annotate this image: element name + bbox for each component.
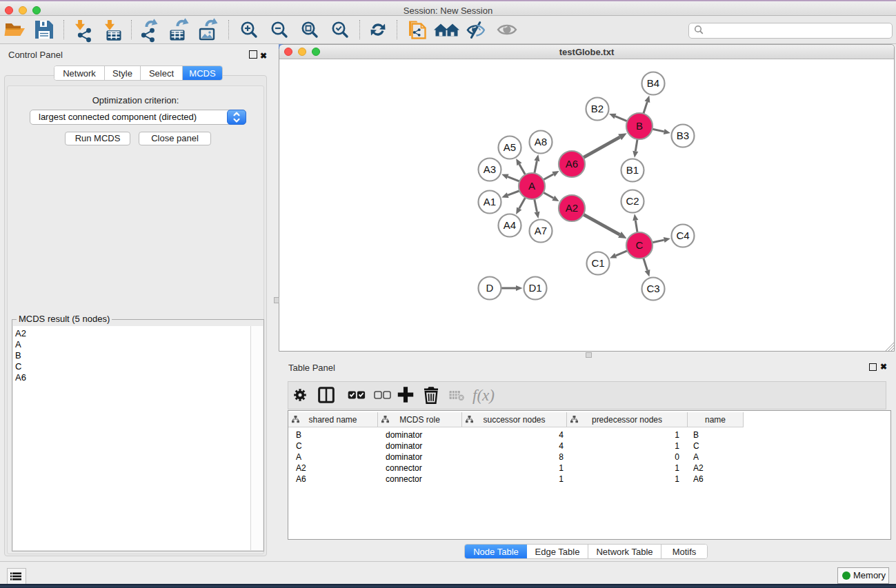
svg-text:A6: A6 bbox=[566, 158, 578, 170]
svg-text:D: D bbox=[486, 282, 494, 294]
svg-text:A: A bbox=[528, 180, 535, 192]
svg-text:A7: A7 bbox=[535, 225, 547, 236]
svg-text:f(x): f(x) bbox=[472, 387, 495, 404]
svg-text:B1: B1 bbox=[626, 164, 639, 176]
svg-text:A8: A8 bbox=[535, 136, 547, 148]
svg-text:A1: A1 bbox=[484, 196, 496, 207]
svg-text:C: C bbox=[636, 239, 644, 251]
svg-text:C3: C3 bbox=[646, 283, 659, 294]
svg-text:A3: A3 bbox=[484, 163, 496, 175]
svg-text:C1: C1 bbox=[591, 257, 604, 269]
svg-text:C4: C4 bbox=[676, 230, 689, 241]
svg-text:B2: B2 bbox=[591, 103, 604, 114]
svg-text:D1: D1 bbox=[528, 282, 541, 294]
svg-text:A2: A2 bbox=[566, 202, 578, 214]
svg-text:C2: C2 bbox=[626, 195, 639, 207]
svg-text:B3: B3 bbox=[677, 130, 689, 141]
svg-text:A5: A5 bbox=[504, 141, 516, 153]
svg-text:A4: A4 bbox=[504, 219, 516, 231]
svg-text:B4: B4 bbox=[647, 77, 659, 89]
svg-text:B: B bbox=[636, 120, 643, 132]
